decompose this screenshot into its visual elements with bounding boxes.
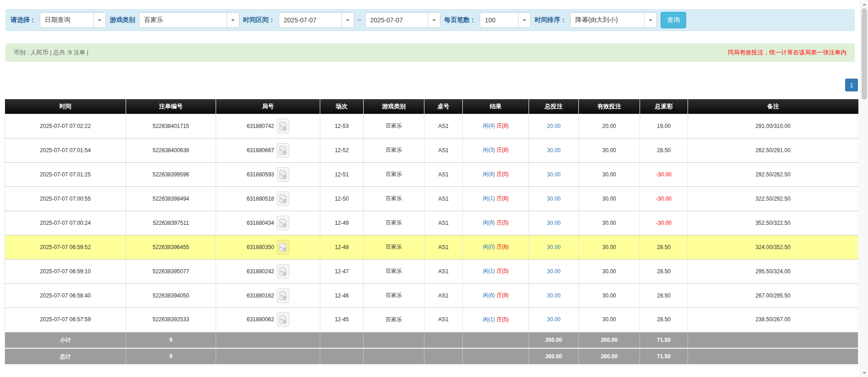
cell-result: 闲(0) 庄(6) [463, 235, 529, 259]
round-id-text: 631880593 [247, 171, 274, 178]
video-replay-icon[interactable] [277, 288, 289, 303]
scroll-up-icon[interactable] [861, 0, 868, 8]
chevron-down-icon[interactable] [644, 13, 656, 27]
table-row[interactable]: 2025-07-07 06:59:52 522638396455 6318803… [5, 235, 858, 259]
cell-total-bet: 30.00 [529, 283, 579, 308]
result-banker: 庄(9) [497, 292, 509, 298]
game-category-select[interactable]: 百家乐 [139, 12, 239, 28]
cell-round-id: 631880062 [216, 308, 320, 332]
cell-session: 12-46 [320, 283, 364, 308]
chevron-down-icon[interactable] [341, 13, 354, 27]
cell-bet-id: 522638397511 [126, 211, 216, 235]
table-row[interactable]: 2025-07-07 06:59:10 522638395077 6318802… [5, 259, 858, 283]
cell-session: 12-50 [320, 186, 364, 211]
chevron-down-icon[interactable] [93, 13, 106, 27]
table-row[interactable]: 2025-07-07 07:00:24 522638397511 6318804… [5, 211, 858, 235]
result-banker: 庄(5) [497, 268, 509, 274]
sort-select[interactable]: 降幂(由大到小) [570, 12, 657, 28]
cell-table-number: AS1 [424, 162, 463, 186]
header-game-category: 游戏类别 [364, 99, 424, 114]
video-replay-icon[interactable] [277, 143, 289, 158]
cell-game-category: 百家乐 [364, 138, 424, 162]
cell-total-bet: 30.00 [529, 259, 579, 283]
video-replay-icon[interactable] [277, 119, 289, 133]
total-bet-link[interactable]: 30.00 [547, 196, 561, 202]
cell-result: 闲(6) 庄(9) [463, 283, 529, 308]
page-size-select[interactable]: 100 [480, 12, 531, 28]
cell-time: 2025-07-07 07:00:24 [5, 211, 126, 235]
cell-session: 12-48 [320, 235, 364, 259]
cell-total-bet: 20.00 [529, 114, 579, 138]
total-bet-link[interactable]: 30.00 [547, 244, 561, 250]
grand-total-payout: 71.50 [640, 348, 688, 365]
result-banker: 庄(0) [497, 171, 509, 177]
query-type-select[interactable]: 日期查询 [40, 12, 106, 28]
cell-game-category: 百家乐 [364, 235, 424, 259]
video-replay-icon[interactable] [277, 240, 289, 255]
cell-valid-bet: 20.00 [579, 114, 640, 138]
cell-round-id: 631880350 [216, 235, 320, 259]
total-bet-link[interactable]: 30.00 [547, 147, 561, 154]
round-id-text: 631880242 [247, 268, 274, 275]
cell-payout: 28.50 [640, 283, 688, 308]
cell-round-id: 631880742 [216, 114, 320, 138]
page-button-1[interactable]: 1 [845, 79, 858, 91]
cell-table-number: AS1 [424, 186, 463, 211]
cell-payout: 28.50 [640, 235, 688, 259]
vertical-scrollbar[interactable] [860, 0, 868, 377]
time-range-label: 时间区间： [243, 16, 275, 24]
round-id-text: 631880162 [247, 292, 274, 299]
result-player: 闲(4) [483, 122, 495, 129]
cell-total-bet: 30.00 [529, 138, 579, 162]
total-bet-link[interactable]: 30.00 [547, 171, 561, 178]
total-bet-link[interactable]: 30.00 [547, 316, 561, 323]
table-row[interactable]: 2025-07-07 06:57:59 522638392533 6318800… [5, 308, 858, 332]
cell-session: 12-49 [320, 211, 364, 235]
cell-round-id: 631880518 [216, 186, 320, 211]
total-bet-link[interactable]: 30.00 [547, 268, 561, 275]
header-valid-bet: 有效投注 [579, 99, 640, 114]
cell-round-id: 631880242 [216, 259, 320, 283]
result-player: 闲(8) [483, 171, 495, 177]
result-banker: 庄(5) [497, 219, 509, 226]
cell-result: 闲(1) 庄(5) [463, 308, 529, 332]
video-replay-icon[interactable] [277, 191, 289, 206]
table-row[interactable]: 2025-07-07 07:00:55 522638398494 6318805… [5, 186, 858, 211]
date-from-select[interactable]: 2025-07-07 [279, 12, 354, 28]
video-replay-icon[interactable] [277, 167, 289, 182]
video-replay-icon[interactable] [277, 216, 289, 230]
table-row[interactable]: 2025-07-07 07:02:22 522638401715 6318807… [5, 114, 858, 138]
scrollbar-thumb[interactable] [862, 8, 867, 100]
total-bet-link[interactable]: 30.00 [547, 220, 561, 226]
result-player: 闲(6) [483, 292, 495, 298]
date-to-select[interactable]: 2025-07-07 [365, 12, 440, 28]
video-replay-icon[interactable] [277, 264, 289, 279]
cell-total-bet: 30.00 [529, 235, 579, 259]
cell-bet-id: 522638394050 [126, 283, 216, 308]
header-table-number: 桌号 [424, 99, 463, 114]
grand-total-empty-cell [463, 348, 529, 365]
table-header-row: 时间 注单编号 局号 场次 游戏类别 桌号 结果 总投注 有效投注 总派彩 备注 [5, 99, 858, 114]
chevron-down-icon[interactable] [518, 13, 530, 27]
subtotal-empty-cell [424, 332, 463, 348]
grand-total-empty-cell [320, 348, 364, 365]
cell-valid-bet: 30.00 [579, 308, 640, 332]
total-bet-link[interactable]: 30.00 [547, 292, 561, 299]
table-row[interactable]: 2025-07-07 07:01:25 522638399596 6318805… [5, 162, 858, 186]
chevron-down-icon[interactable] [428, 13, 440, 27]
cell-time: 2025-07-07 07:00:55 [5, 186, 126, 211]
result-banker: 庄(8) [497, 147, 509, 153]
result-player: 闲(3) [483, 147, 495, 153]
result-player: 闲(1) [483, 316, 495, 323]
cell-total-bet: 30.00 [529, 211, 579, 235]
cell-note: 292.50/262.50 [688, 162, 858, 186]
table-row[interactable]: 2025-07-07 06:58:40 522638394050 6318801… [5, 283, 858, 308]
search-button[interactable]: 查询 [661, 12, 686, 28]
round-id-text: 631880350 [247, 244, 274, 250]
video-replay-icon[interactable] [277, 312, 289, 327]
chevron-down-icon[interactable] [227, 13, 239, 27]
total-bet-link[interactable]: 20.00 [547, 123, 561, 129]
cell-payout: 19.00 [640, 114, 688, 138]
scroll-down-icon[interactable] [861, 369, 868, 377]
table-row[interactable]: 2025-07-07 07:01:54 522638400638 6318806… [5, 138, 858, 162]
